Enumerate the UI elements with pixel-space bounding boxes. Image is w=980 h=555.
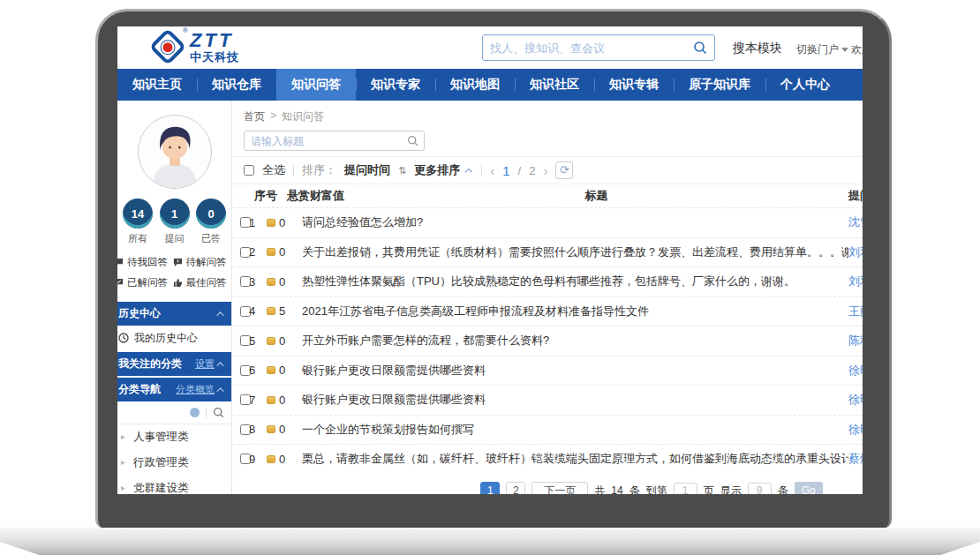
nav-item-home[interactable]: 知识主页 bbox=[117, 69, 197, 101]
asker-link[interactable]: 陈利 bbox=[848, 333, 863, 349]
sort-label: 排序： bbox=[302, 162, 336, 178]
section-catnav-header[interactable]: 分类导航 分类概览 bbox=[117, 378, 231, 401]
section-history-header[interactable]: 历史中心 bbox=[117, 302, 231, 326]
sort-field[interactable]: 提问时间 bbox=[344, 162, 390, 178]
question-title-link[interactable]: 栗总，请教非金属丝（如，碳纤杆、玻纤杆）铠装缆端头固定原理方式，如何借鉴到海底动… bbox=[302, 451, 848, 467]
row-reward: 0 bbox=[279, 453, 285, 466]
category-item-hr[interactable]: 人事管理类 bbox=[117, 424, 231, 450]
sidebar-item-my-history[interactable]: 我的历史中心 bbox=[117, 326, 231, 350]
list-toolbar: 全选 排序： 提问时间 ⇅ 更多排序 ‹ 1 / 2 › ⟳ bbox=[232, 156, 863, 184]
nav-item-personal[interactable]: 个人中心 bbox=[765, 69, 845, 101]
page-button-1[interactable]: 1 bbox=[480, 482, 500, 495]
nav-item-repository[interactable]: 知识仓库 bbox=[197, 69, 276, 101]
row-reward: 0 bbox=[279, 334, 285, 348]
followed-settings-link[interactable]: 设置 bbox=[195, 357, 215, 371]
page-button-2[interactable]: 2 bbox=[506, 482, 525, 495]
chat-check-icon bbox=[117, 278, 124, 288]
stat-all-label: 所有 bbox=[122, 232, 154, 245]
breadcrumb-sep: > bbox=[270, 109, 276, 124]
question-title-link[interactable]: 请问总经验值怎么增加? bbox=[302, 214, 848, 230]
more-sort[interactable]: 更多排序 bbox=[414, 162, 460, 178]
coin-icon bbox=[267, 337, 275, 345]
title-filter-input[interactable] bbox=[245, 135, 407, 147]
section-followed-header[interactable]: 我关注的分类 设置 bbox=[117, 352, 231, 376]
question-title-link[interactable]: 开立外币账户需要怎样的流程，都需要什么资料? bbox=[302, 333, 848, 349]
link-unsolved[interactable]: 待解问答 bbox=[173, 256, 232, 269]
table-row: 9 0 栗总，请教非金属丝（如，碳纤杆、玻纤杆）铠装缆端头固定原理方式，如何借鉴… bbox=[232, 444, 863, 474]
go-button[interactable]: Go bbox=[795, 482, 823, 495]
table-header: 序号 悬赏财富值 标题 提问者 bbox=[232, 184, 863, 207]
asker-link[interactable]: 王丽 bbox=[848, 304, 863, 319]
search-module-link[interactable]: 搜本模块 bbox=[733, 41, 782, 56]
stat-asked[interactable]: 1 提问 bbox=[159, 199, 191, 245]
question-title-link[interactable]: 关于出差报销，其费用凭证（纸质材料）需要按照什么顺序进行叠放？发票、出差流程、费… bbox=[302, 244, 848, 260]
question-title-link[interactable]: 银行账户更改日限额需提供哪些资料 bbox=[302, 392, 848, 408]
global-search-input[interactable] bbox=[483, 41, 693, 55]
logo-subtext: 中天科技 bbox=[190, 51, 239, 63]
search-icon[interactable] bbox=[693, 41, 707, 55]
show-prefix: 显示 bbox=[720, 484, 742, 495]
nav-item-atomic[interactable]: 原子知识库 bbox=[674, 69, 765, 101]
asker-link[interactable]: 刘邓 bbox=[848, 244, 863, 260]
stat-all-count: 14 bbox=[123, 199, 153, 229]
question-title-link[interactable]: 2021年江苏省电子信息类高级工程师申报流程及材料准备指导性文件 bbox=[302, 304, 848, 319]
nav-item-community[interactable]: 知识社区 bbox=[515, 69, 594, 101]
header-index: 序号 bbox=[254, 188, 277, 204]
nav-item-albums[interactable]: 知识专辑 bbox=[594, 69, 674, 101]
row-reward: 5 bbox=[279, 304, 285, 318]
nav-item-qa[interactable]: 知识问答 bbox=[276, 69, 356, 101]
next-page-arrow[interactable]: › bbox=[543, 163, 547, 178]
asker-link[interactable]: 徐晓 bbox=[848, 392, 863, 408]
nav-item-experts[interactable]: 知识专家 bbox=[356, 69, 435, 101]
link-best[interactable]: 最佳问答 bbox=[173, 276, 232, 289]
title-filter bbox=[244, 131, 425, 151]
refresh-button[interactable]: ⟳ bbox=[555, 161, 573, 179]
chevron-up-icon bbox=[216, 387, 223, 394]
question-title-link[interactable]: 银行账户更改日限额需提供哪些资料 bbox=[302, 363, 848, 379]
goto-page-input[interactable] bbox=[674, 483, 697, 495]
clear-icon[interactable] bbox=[190, 408, 200, 417]
link-label: 最佳问答 bbox=[186, 276, 227, 289]
filter-row bbox=[232, 124, 863, 156]
question-title-link[interactable]: 一个企业的节税策划报告如何撰写 bbox=[302, 422, 848, 438]
pagination: 1 2 下一页 共 14 条 到第 页 显示 条 Go bbox=[336, 482, 863, 495]
switch-portal-link[interactable]: 切换门户 bbox=[796, 42, 848, 57]
breadcrumb-home[interactable]: 首页 bbox=[244, 109, 265, 124]
category-item-party[interactable]: 党群建设类 bbox=[117, 476, 231, 494]
link-solved[interactable]: 已解问答 bbox=[117, 276, 173, 289]
category-search[interactable] bbox=[117, 401, 231, 424]
select-all-checkbox[interactable] bbox=[244, 165, 254, 176]
logo-ztt: ZTT bbox=[190, 31, 239, 50]
asker-link[interactable]: 沈雪 bbox=[848, 214, 863, 230]
asker-link[interactable]: 刘邓 bbox=[848, 274, 863, 289]
asker-link[interactable]: 徐晓 bbox=[848, 363, 863, 379]
search-icon[interactable] bbox=[213, 407, 224, 418]
link-awaiting-my-answer[interactable]: 待我回答 bbox=[117, 256, 173, 269]
question-title-link[interactable]: 热塑性弹性体聚氨酯（TPU）比较成熟稳定的色母料有哪些推荐，包括牌号、厂家什么的… bbox=[302, 274, 848, 289]
category-item-admin[interactable]: 行政管理类 bbox=[117, 450, 231, 476]
prev-page-arrow[interactable]: ‹ bbox=[490, 163, 494, 178]
stat-answered[interactable]: 0 已答 bbox=[195, 199, 227, 245]
coin-icon bbox=[267, 219, 275, 227]
registered-mark: ® bbox=[183, 27, 188, 34]
goto-prefix: 到第 bbox=[646, 484, 667, 495]
category-label: 行政管理类 bbox=[133, 455, 189, 470]
asker-link[interactable]: 蔡炳 bbox=[848, 451, 863, 467]
nav-item-map[interactable]: 知识地图 bbox=[435, 69, 515, 101]
sidebar: 14 所有 1 提问 0 已答 待我回答 bbox=[117, 101, 232, 494]
row-reward: 0 bbox=[279, 275, 285, 289]
table-row: 3 0 热塑性弹性体聚氨酯（TPU）比较成熟稳定的色母料有哪些推荐，包括牌号、厂… bbox=[232, 266, 863, 296]
page-size-input[interactable] bbox=[748, 483, 772, 495]
next-page-button[interactable]: 下一页 bbox=[531, 482, 588, 495]
stat-all[interactable]: 14 所有 bbox=[122, 199, 154, 245]
row-reward: 0 bbox=[279, 423, 285, 436]
search-icon[interactable] bbox=[407, 135, 418, 146]
chat-question-icon bbox=[173, 258, 183, 267]
avatar[interactable] bbox=[137, 114, 213, 190]
caret-down-icon bbox=[841, 48, 848, 52]
show-unit: 条 bbox=[778, 484, 788, 495]
category-overview-link[interactable]: 分类概览 bbox=[176, 383, 215, 396]
sort-arrows-icon[interactable]: ⇅ bbox=[398, 165, 406, 176]
asker-link[interactable]: 徐晓 bbox=[848, 422, 863, 438]
link-label: 待解问答 bbox=[186, 256, 227, 269]
